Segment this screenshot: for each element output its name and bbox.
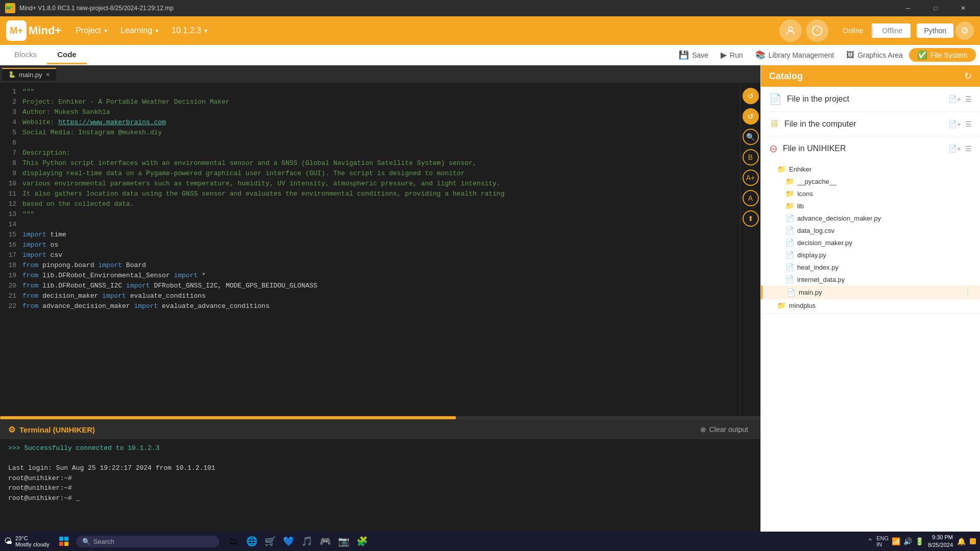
folder-icon: 📁 — [785, 177, 794, 185]
project-menu[interactable]: Project ▼ — [69, 23, 114, 38]
code-editor[interactable]: 1""" 2Project: Enhiker - A Portable Weat… — [0, 83, 740, 416]
version-menu[interactable]: 10.1.2.3 ▼ — [165, 23, 214, 38]
tree-item-heat-index[interactable]: 📄 heat_index.py — [761, 261, 980, 273]
start-button[interactable] — [56, 533, 72, 549]
tree-item-lib[interactable]: 📁 lib — [761, 200, 980, 212]
feedback-button[interactable] — [806, 19, 828, 42]
notification-icon[interactable]: 🔔 — [957, 537, 966, 545]
tree-item-mindplus[interactable]: 📁 mindplus — [761, 299, 980, 312]
tree-item-icons[interactable]: 📁 Icons — [761, 187, 980, 200]
font-increase-button[interactable]: A+ — [743, 170, 759, 186]
taskbar-search[interactable]: 🔍 Search — [76, 536, 219, 547]
file-in-project-section: 📄 File in the project 📄+ ☰ — [761, 87, 980, 112]
tab-close-button[interactable]: ✕ — [45, 71, 50, 78]
offline-button[interactable]: Offline — [874, 23, 911, 38]
tree-item-decision-maker[interactable]: 📄 decision_maker.py — [761, 236, 980, 249]
tree-item-more-button[interactable]: ⋮ — [964, 288, 972, 297]
library-management-button[interactable]: 📚 Library Management — [749, 48, 840, 62]
menubar: M+ Mind+ Project ▼ Learning ▼ 10.1.2.3 ▼… — [0, 16, 980, 45]
volume-icon[interactable]: 🔊 — [903, 537, 912, 545]
learning-menu[interactable]: Learning ▼ — [114, 23, 165, 38]
maximize-button[interactable]: □ — [924, 0, 947, 16]
battery-icon[interactable]: 🔋 — [915, 537, 924, 545]
tree-item-enhiker[interactable]: 📁 Enhiker — [761, 163, 980, 175]
code-line-15: 15import time — [0, 230, 740, 240]
code-line-3: 3Author: Mukesh Sankhla — [0, 107, 740, 117]
refresh2-tool-button[interactable]: ↺ — [743, 108, 759, 125]
file-system-button[interactable]: ✅ File System — [909, 48, 976, 62]
folder-icon: 📁 — [777, 165, 786, 173]
tab-code[interactable]: Code — [47, 46, 87, 64]
taskbar-app-gamepad[interactable]: 🎮 — [317, 533, 333, 549]
close-button[interactable]: ✕ — [951, 0, 975, 16]
terminal-line-6: root@unihiker:~# _ — [8, 493, 752, 504]
python-button[interactable]: Python — [917, 23, 953, 38]
clear-output-button[interactable]: ⊗ Clear output — [696, 423, 752, 436]
search-tool-button[interactable]: 🔍 — [743, 129, 759, 145]
taskbar-app-store[interactable]: 🛒 — [262, 533, 278, 549]
tree-item-advance-decision[interactable]: 📄 advance_decision_maker.py — [761, 212, 980, 224]
horizontal-scrollbar[interactable] — [0, 416, 760, 419]
toolbar: Blocks Code 💾 Save ▶ Run 📚 Library Manag… — [0, 45, 980, 65]
catalog-refresh-button[interactable]: ↻ — [964, 70, 972, 82]
settings-button[interactable]: ⚙ — [955, 21, 974, 40]
learning-chevron-icon: ▼ — [154, 28, 159, 34]
taskbar-app-browser[interactable]: 🌐 — [244, 533, 260, 549]
project-section-icon: 📄 — [769, 93, 782, 105]
go-top-button[interactable]: ⬆ — [743, 210, 759, 227]
taskbar-app-explorer[interactable]: 🗂 — [225, 533, 242, 549]
taskbar-app-media[interactable]: 🎵 — [299, 533, 315, 549]
tab-blocks[interactable]: Blocks — [4, 46, 47, 64]
computer-menu-button[interactable]: ☰ — [965, 120, 972, 128]
wifi-icon[interactable]: 📶 — [892, 537, 900, 545]
code-line-1: 1""" — [0, 87, 740, 97]
save-icon: 💾 — [679, 50, 689, 60]
clear-output-icon: ⊗ — [700, 425, 706, 434]
graphics-area-button[interactable]: 🖼 Graphics Area — [840, 49, 909, 62]
code-line-20: 20from lib.DFRobot_GNSS_I2C import DFRob… — [0, 281, 740, 291]
code-line-2: 2Project: Enhiker - A Portable Weather D… — [0, 97, 740, 107]
file-tab-main-py[interactable]: 🐍 main.py ✕ — [2, 68, 56, 81]
font-decrease-button[interactable]: A — [743, 190, 759, 206]
taskbar-clock[interactable]: 9:30 PM 8/25/2024 — [928, 534, 953, 549]
community-button[interactable] — [779, 19, 802, 42]
tree-item-pycache[interactable]: 📁 __pycache__ — [761, 175, 980, 187]
file-in-unihiker-title: File in UNIHIKER — [783, 144, 948, 153]
terminal-body[interactable]: >>> Successfully connected to 10.1.2.3 L… — [0, 439, 760, 532]
taskbar-app-mindplus[interactable]: 🧩 — [354, 533, 370, 549]
python-file-icon: 📄 — [787, 289, 796, 297]
code-line-13: 13""" — [0, 209, 740, 220]
bookmark-tool-button[interactable]: B — [743, 149, 759, 165]
python-file-icon: 📄 — [785, 263, 794, 271]
code-line-7: 7Description: — [0, 148, 740, 158]
minimize-button[interactable]: ─ — [896, 0, 920, 16]
project-menu-button[interactable]: ☰ — [965, 95, 972, 103]
save-button[interactable]: 💾 Save — [673, 48, 714, 62]
search-icon: 🔍 — [82, 538, 90, 545]
unihiker-add-file-button[interactable]: 📄+ — [948, 145, 961, 153]
chevron-up-icon[interactable]: ⌃ — [867, 537, 873, 545]
file-in-unihiker-header[interactable]: ⊖ File in UNIHIKER 📄+ ☰ — [761, 136, 980, 161]
computer-add-file-button[interactable]: 📄+ — [948, 120, 961, 128]
tree-item-display[interactable]: 📄 display.py — [761, 249, 980, 261]
project-add-file-button[interactable]: 📄+ — [948, 95, 961, 103]
refresh-tool-button[interactable]: ↺ — [743, 88, 759, 104]
terminal-title: ⚙ Terminal (UNIHIKER) — [8, 425, 95, 435]
folder-icon: 📁 — [785, 189, 794, 198]
library-icon: 📚 — [755, 50, 766, 60]
code-line-11: 11It also gathers location data using th… — [0, 189, 740, 199]
online-button[interactable]: Online — [834, 23, 871, 38]
taskbar-app-vscode[interactable]: 💙 — [280, 533, 297, 549]
run-button[interactable]: ▶ Run — [714, 48, 749, 62]
tree-item-main-py[interactable]: 📄 main.py ⋮ — [761, 285, 980, 299]
project-chevron-icon: ▼ — [103, 28, 108, 34]
file-in-project-header[interactable]: 📄 File in the project 📄+ ☰ — [761, 87, 980, 111]
code-line-8: 8This Python script interfaces with an e… — [0, 158, 740, 169]
graphics-icon: 🖼 — [846, 51, 854, 60]
unihiker-section-icon: ⊖ — [769, 142, 778, 155]
unihiker-menu-button[interactable]: ☰ — [965, 145, 972, 153]
taskbar-app-photo[interactable]: 📷 — [336, 533, 352, 549]
tree-item-data-log[interactable]: 📄 data_log.csv — [761, 224, 980, 236]
file-in-computer-header[interactable]: 🖥 File in the computer 📄+ ☰ — [761, 112, 980, 136]
tree-item-internet-data[interactable]: 📄 internet_data.py — [761, 273, 980, 285]
